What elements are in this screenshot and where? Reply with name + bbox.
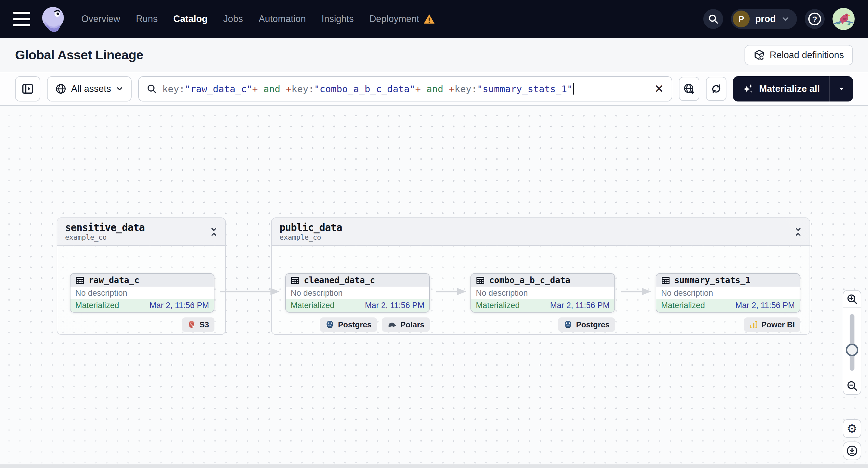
top-nav: Overview Runs Catalog Jobs Automation In… xyxy=(0,0,868,38)
caret-down-icon xyxy=(838,85,845,93)
group-location: example_co xyxy=(65,233,217,241)
graph-settings-button[interactable]: ⚙ xyxy=(843,419,861,438)
materialize-all-button[interactable]: Materialize all xyxy=(733,76,830,101)
asset-group-sensitive-data: sensitive_data example_co raw_data_c No … xyxy=(57,217,226,335)
download-image-button[interactable] xyxy=(843,441,861,460)
asset-description: No description xyxy=(70,287,214,299)
asset-materialized-time[interactable]: Mar 2, 11:56 PM xyxy=(550,301,610,310)
deployment-name: prod xyxy=(755,13,776,24)
powerbi-icon xyxy=(749,320,758,329)
page-title: Global Asset Lineage xyxy=(15,48,143,62)
zoom-slider-thumb[interactable] xyxy=(846,344,858,356)
refresh-icon xyxy=(711,83,722,95)
nav-item-insights[interactable]: Insights xyxy=(322,13,354,24)
nav-menu: Overview Runs Catalog Jobs Automation In… xyxy=(81,13,435,24)
asset-scope-dropdown[interactable]: All assets xyxy=(47,76,132,101)
panel-expand-icon xyxy=(22,83,34,95)
group-header-sensitive-data[interactable]: sensitive_data example_co xyxy=(57,218,225,246)
nav-item-automation[interactable]: Automation xyxy=(259,13,306,24)
materialize-all-label: Materialize all xyxy=(759,84,820,94)
asset-group-public-data: public_data example_co cleaned_data_c No… xyxy=(271,217,810,335)
zoom-slider-area xyxy=(843,308,861,377)
collapse-group-icon[interactable] xyxy=(209,227,219,237)
text-cursor xyxy=(573,83,574,95)
zoom-slider-track[interactable] xyxy=(849,314,855,371)
question-icon: ? xyxy=(807,12,822,26)
tag-polars[interactable]: Polars xyxy=(382,317,430,332)
asset-tags-combo-a-b-c-data: Postgres xyxy=(470,317,615,332)
asset-tags-raw-data-c: S3 xyxy=(70,317,214,332)
asset-status: Materialized xyxy=(75,301,119,310)
tag-postgres[interactable]: Postgres xyxy=(558,317,615,332)
asset-node-summary-stats-1[interactable]: summary_stats_1 No description Materiali… xyxy=(656,273,800,313)
asset-materialized-time[interactable]: Mar 2, 11:56 PM xyxy=(735,301,795,310)
asset-description: No description xyxy=(471,287,614,299)
deployment-switcher[interactable]: P prod xyxy=(731,9,797,29)
asset-node-raw-data-c[interactable]: raw_data_c No description Materialized M… xyxy=(70,273,214,313)
zoom-in-button[interactable] xyxy=(843,291,861,308)
asset-node-cleaned-data-c[interactable]: cleaned_data_c No description Materializ… xyxy=(285,273,430,313)
open-sidebar-button[interactable] xyxy=(15,76,40,101)
asset-materialized-time[interactable]: Mar 2, 11:56 PM xyxy=(365,301,424,310)
lineage-toolbar: All assets key:"raw_data_c"+ and +key:"c… xyxy=(0,72,868,106)
globe-plus-icon xyxy=(683,83,695,95)
materialize-options-button[interactable] xyxy=(830,76,853,101)
reload-definitions-button[interactable]: Reload definitions xyxy=(745,45,853,65)
asset-name: combo_a_b_c_data xyxy=(489,275,570,285)
lineage-canvas[interactable]: sensitive_data example_co raw_data_c No … xyxy=(0,106,868,468)
search-button[interactable] xyxy=(703,9,723,29)
asset-node-combo-a-b-c-data[interactable]: combo_a_b_c_data No description Material… xyxy=(470,273,615,313)
nav-item-jobs[interactable]: Jobs xyxy=(223,13,243,24)
asset-query-input[interactable]: key:"raw_data_c"+ and +key:"combo_a_b_c_… xyxy=(138,76,673,101)
zoom-out-button[interactable] xyxy=(843,377,861,394)
asset-scope-label: All assets xyxy=(71,84,111,94)
chevron-down-icon xyxy=(781,15,790,23)
clear-query-button[interactable]: ✕ xyxy=(654,83,664,95)
asset-status: Materialized xyxy=(291,301,335,310)
reload-definitions-label: Reload definitions xyxy=(770,50,844,61)
asset-description: No description xyxy=(286,287,429,299)
bird-avatar-image xyxy=(833,8,855,30)
table-icon xyxy=(75,276,84,285)
warning-icon xyxy=(424,14,435,24)
asset-materialized-time[interactable]: Mar 2, 11:56 PM xyxy=(149,301,209,310)
dagster-logo-icon[interactable] xyxy=(38,4,67,33)
user-avatar[interactable] xyxy=(833,8,855,30)
help-button[interactable]: ? xyxy=(805,9,825,29)
asset-status: Materialized xyxy=(476,301,520,310)
group-header-public-data[interactable]: public_data example_co xyxy=(272,218,810,246)
view-full-graph-button[interactable] xyxy=(679,77,699,101)
download-icon xyxy=(846,445,858,457)
polars-icon xyxy=(387,321,397,329)
asset-name: summary_stats_1 xyxy=(674,275,750,285)
nav-item-runs[interactable]: Runs xyxy=(136,13,157,24)
nav-item-deployment[interactable]: Deployment xyxy=(369,13,435,24)
svg-text:?: ? xyxy=(812,15,817,24)
page-header: Global Asset Lineage Reload definitions xyxy=(0,38,868,72)
hamburger-menu-icon[interactable] xyxy=(13,12,30,26)
asset-status: Materialized xyxy=(661,301,705,310)
asset-name: cleaned_data_c xyxy=(304,275,375,285)
tag-s3[interactable]: S3 xyxy=(182,317,214,332)
reload-cube-icon xyxy=(753,50,765,61)
horizontal-scrollbar[interactable] xyxy=(0,464,868,468)
asset-tags-cleaned-data-c: Postgres Polars xyxy=(285,317,430,332)
nav-right-controls: P prod ? xyxy=(703,8,855,30)
table-icon xyxy=(291,276,300,285)
group-location: example_co xyxy=(279,233,802,241)
nav-item-catalog[interactable]: Catalog xyxy=(174,13,208,24)
tag-postgres[interactable]: Postgres xyxy=(320,317,377,332)
table-icon xyxy=(661,276,670,285)
query-text: key:"raw_data_c"+ and +key:"combo_a_b_c_… xyxy=(162,83,575,95)
nav-item-overview[interactable]: Overview xyxy=(81,13,120,24)
zoom-in-icon xyxy=(847,293,858,305)
zoom-controls xyxy=(843,290,861,395)
postgres-icon xyxy=(563,320,572,329)
zoom-out-icon xyxy=(847,380,858,391)
postgres-icon xyxy=(325,320,334,329)
asset-tags-summary-stats-1: Power BI xyxy=(656,317,800,332)
collapse-group-icon[interactable] xyxy=(793,227,803,237)
tag-power-bi[interactable]: Power BI xyxy=(744,317,800,332)
refresh-button[interactable] xyxy=(706,77,726,101)
asset-name: raw_data_c xyxy=(89,275,140,285)
